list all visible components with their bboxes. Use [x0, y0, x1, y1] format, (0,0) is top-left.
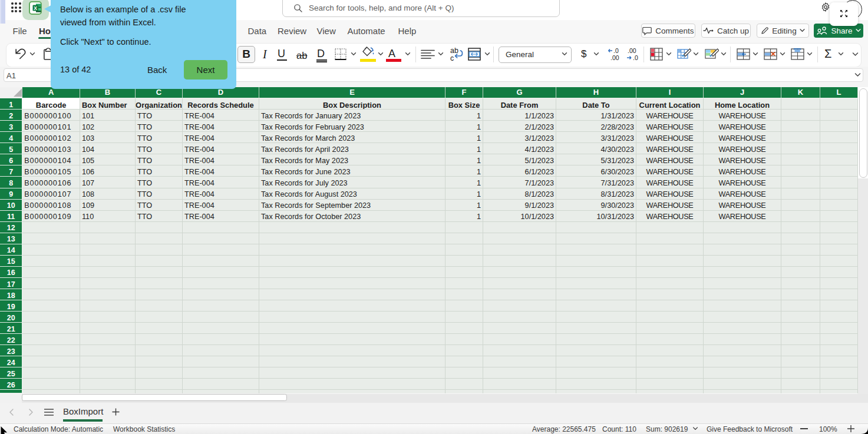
svg-text:.0: .0: [633, 54, 638, 61]
svg-text:X: X: [34, 5, 37, 11]
svg-text:.00: .00: [610, 54, 619, 61]
svg-text:c: c: [450, 54, 454, 62]
svg-text:.00: .00: [628, 47, 636, 54]
svg-text:ab: ab: [450, 47, 458, 55]
svg-text:.0: .0: [613, 47, 619, 54]
